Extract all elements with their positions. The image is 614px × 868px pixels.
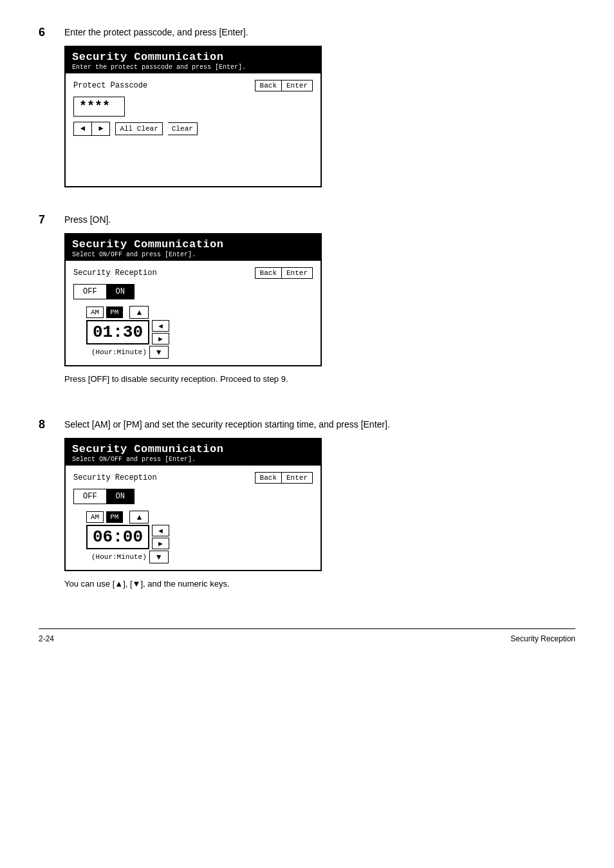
step-8-off-btn[interactable]: OFF [73,489,107,504]
step-7-hour-minute: (Hour:Minute) ▼ [86,346,169,359]
step-6-screen: Security Communication Enter the protect… [64,46,322,187]
footer-section: Security Reception [510,634,575,643]
step-8-on-btn[interactable]: ON [107,489,135,504]
step-8-time-section: AM PM ▲ 06:00 ◄ ► (Hour:Minute) ▼ [73,511,313,563]
step-6-spacer [73,141,313,180]
step-6: 6 Enter the protect passcode, and press … [39,26,575,194]
step-8-time-left-btn[interactable]: ◄ [152,525,169,536]
step-8-field-label: Security Reception [73,473,255,482]
step-8-enter-btn[interactable]: Enter [281,472,313,484]
step-6-right-arrow-btn[interactable]: ► [92,122,110,136]
step-6-nav-row: ◄ ► All Clear Clear [73,122,313,136]
step-8: 8 Select [AM] or [PM] and set the securi… [39,418,575,603]
step-6-passcode: **** [73,97,125,117]
step-7-time-right-btn[interactable]: ► [152,333,169,344]
footer-page: 2-24 [39,634,54,643]
step-6-screen-subtitle: Enter the protect passcode and press [En… [72,64,314,71]
step-7-off-btn[interactable]: OFF [73,284,107,299]
step-6-field-row: Protect Passcode Back Enter [73,80,313,91]
step-8-time-display-row: 06:00 ◄ ► [86,525,169,549]
step-7-on-btn[interactable]: ON [107,284,135,299]
step-6-left-arrow-btn[interactable]: ◄ [73,122,92,136]
step-7-number: 7 [39,213,58,227]
step-8-content: Select [AM] or [PM] and set the security… [64,418,575,603]
step-8-screen: Security Communication Select ON/OFF and… [64,438,322,571]
step-8-screen-body: Security Reception Back Enter OFF ON AM … [66,466,321,570]
step-7-time-display: 01:30 [86,320,149,344]
step-7-am-btn[interactable]: AM [86,307,104,318]
step-8-time-display: 06:00 [86,525,149,549]
step-8-text: Select [AM] or [PM] and set the security… [64,418,575,431]
step-7-time-nav: ◄ ► [152,320,169,344]
step-8-screen-title: Security Communication [72,443,314,455]
step-7-time-display-row: 01:30 ◄ ► [86,320,169,344]
step-6-btn-group: Back Enter [255,80,313,91]
step-7-screen-title: Security Communication [72,238,314,250]
step-6-content: Enter the protect passcode, and press [E… [64,26,575,194]
step-6-all-clear-btn[interactable]: All Clear [115,122,162,135]
step-7-pm-btn[interactable]: PM [106,307,123,318]
step-8-field-row: Security Reception Back Enter [73,472,313,484]
step-8-down-arrow-btn[interactable]: ▼ [149,551,169,563]
step-8-screen-subtitle: Select ON/OFF and press [Enter]. [72,456,314,463]
step-6-number: 6 [39,26,58,39]
step-7-time-left-btn[interactable]: ◄ [152,320,169,332]
step-7-enter-btn[interactable]: Enter [281,267,313,279]
step-7-btn-group: Back Enter [255,267,313,279]
step-7-text: Press [ON]. [64,213,575,227]
step-8-screen-header: Security Communication Select ON/OFF and… [66,439,321,466]
step-7-field-label: Security Reception [73,269,255,278]
step-8-time-right-btn[interactable]: ► [152,538,169,549]
step-8-note: You can use [▲], [▼], and the numeric ke… [64,578,575,590]
step-7-down-arrow-btn[interactable]: ▼ [149,346,169,359]
step-8-up-arrow-btn[interactable]: ▲ [129,511,149,524]
step-6-screen-header: Security Communication Enter the protect… [66,47,321,73]
footer-content: 2-24 Security Reception [39,634,575,643]
step-7-up-arrow-btn[interactable]: ▲ [129,306,149,319]
step-7-ampm-row: AM PM ▲ [86,306,149,319]
step-6-screen-title: Security Communication [72,51,314,63]
step-8-number: 8 [39,418,58,431]
step-6-back-btn[interactable]: Back [255,80,281,91]
step-7-screen-subtitle: Select ON/OFF and press [Enter]. [72,251,314,258]
step-8-time-nav: ◄ ► [152,525,169,549]
step-8-ampm-row: AM PM ▲ [86,511,149,524]
step-6-text: Enter the protect passcode, and press [E… [64,26,575,39]
step-7-field-row: Security Reception Back Enter [73,267,313,279]
step-7-back-btn[interactable]: Back [255,267,281,279]
step-8-onoff-row: OFF ON [73,489,313,504]
step-8-btn-group: Back Enter [255,472,313,484]
step-7: 7 Press [ON]. Security Communication Sel… [39,213,575,399]
step-7-content: Press [ON]. Security Communication Selec… [64,213,575,399]
step-6-screen-body: Protect Passcode Back Enter **** ◄ ► All… [66,73,321,186]
step-7-screen: Security Communication Select ON/OFF and… [64,233,322,366]
step-6-field-label: Protect Passcode [73,81,255,90]
step-8-back-btn[interactable]: Back [255,472,281,484]
step-8-pm-btn[interactable]: PM [106,511,123,523]
step-8-hour-minute: (Hour:Minute) ▼ [86,551,169,563]
step-7-screen-header: Security Communication Select ON/OFF and… [66,234,321,261]
step-7-onoff-row: OFF ON [73,284,313,299]
step-8-am-btn[interactable]: AM [86,511,104,523]
footer: 2-24 Security Reception [39,628,575,643]
step-6-enter-btn[interactable]: Enter [281,80,313,91]
step-7-screen-body: Security Reception Back Enter OFF ON AM … [66,261,321,365]
step-7-note: Press [OFF] to disable security receptio… [64,373,575,386]
step-6-clear-btn[interactable]: Clear [168,122,198,135]
step-7-time-section: AM PM ▲ 01:30 ◄ ► (Hour:Minute) ▼ [73,306,313,359]
